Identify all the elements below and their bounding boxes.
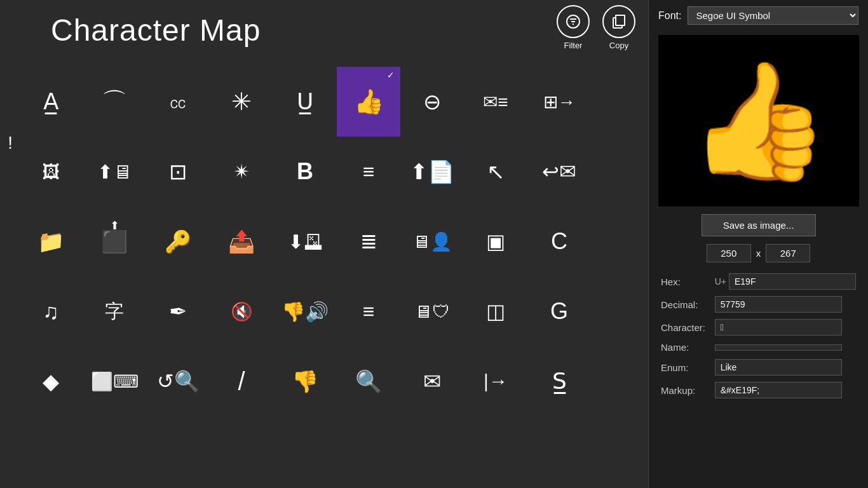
char-cell-10[interactable]: 🖼 bbox=[19, 137, 83, 207]
font-row: Font: Segoe UI Symbol Arial Times New Ro… bbox=[658, 6, 858, 25]
font-select[interactable]: Segoe UI Symbol Arial Times New Roman Wi… bbox=[688, 6, 858, 25]
markup-row: Markup: &#xE19F; bbox=[658, 379, 858, 402]
char-cell-18[interactable]: ↩✉ bbox=[527, 137, 591, 207]
decimal-row: Decimal: 57759 bbox=[658, 293, 858, 316]
char-cell-11[interactable]: ⬆🖥 bbox=[83, 137, 146, 207]
char-cell-12[interactable]: ⊡ bbox=[146, 137, 210, 207]
char-cell-49[interactable] bbox=[591, 346, 654, 416]
char-cell-36[interactable]: 🖥🛡 bbox=[400, 276, 464, 346]
char-cell-41[interactable]: ⬜⌨ bbox=[83, 346, 146, 416]
char-cell-20[interactable]: 📁 bbox=[19, 207, 83, 276]
char-cell-45[interactable]: 🔍 bbox=[337, 346, 400, 416]
char-cell-0[interactable]: A̲ bbox=[19, 67, 83, 137]
char-cell-19[interactable] bbox=[591, 137, 654, 207]
name-label: Name: bbox=[658, 339, 712, 356]
size-separator: x bbox=[756, 248, 761, 259]
char-cell-14[interactable]: B bbox=[273, 137, 337, 207]
char-cell-31[interactable]: 字 bbox=[83, 276, 146, 346]
character-value:  bbox=[715, 319, 842, 336]
char-cell-6[interactable]: ⊖ bbox=[400, 67, 464, 137]
left-edge-cells: ! bbox=[0, 108, 13, 458]
char-cell-4[interactable]: U̲ bbox=[273, 67, 337, 137]
char-cell-13[interactable]: ✴ bbox=[210, 137, 273, 207]
char-cell-23[interactable]: 📤 bbox=[210, 207, 273, 276]
hex-label: Hex: bbox=[658, 270, 712, 293]
char-cell-34[interactable]: 👎🔊 bbox=[273, 276, 337, 346]
name-value bbox=[715, 344, 842, 351]
edge-cell-2 bbox=[0, 178, 13, 248]
char-cell-7[interactable]: ✉≡ bbox=[464, 67, 527, 137]
filter-button[interactable]: Filter bbox=[557, 5, 590, 50]
char-cell-26[interactable]: 🖥👤 bbox=[400, 207, 464, 276]
char-cell-17[interactable]: ↖ bbox=[464, 137, 527, 207]
char-cell-22[interactable]: 🔑 bbox=[146, 207, 210, 276]
char-cell-21[interactable]: ⬛⬆ bbox=[83, 207, 146, 276]
char-cell-47[interactable]: |→ bbox=[464, 346, 527, 416]
filter-label: Filter bbox=[564, 41, 583, 50]
filter-icon bbox=[557, 5, 590, 38]
char-cell-42[interactable]: ↺🔍 bbox=[146, 346, 210, 416]
copy-icon bbox=[602, 5, 635, 38]
char-cell-8[interactable]: ⊞→ bbox=[527, 67, 591, 137]
char-cell-43[interactable]: / bbox=[210, 346, 273, 416]
char-cell-30[interactable]: ♫ bbox=[19, 276, 83, 346]
character-label: Character: bbox=[658, 316, 712, 339]
char-cell-46[interactable]: ✉ bbox=[400, 346, 464, 416]
preview-box: 👍 bbox=[658, 35, 859, 207]
enum-label: Enum: bbox=[658, 356, 712, 379]
edge-cell-3 bbox=[0, 248, 13, 318]
hex-prefix: U+ bbox=[715, 276, 726, 287]
char-grid: A̲ ⌒ ㏄ ✳ U̲ 👍 ⊖ ✉≡ ⊞→ 🖼 ⬆🖥 ⊡ ✴ B ≡ ⬆📄 ↖ … bbox=[13, 67, 648, 416]
svg-rect-5 bbox=[616, 15, 625, 25]
edge-cell-1: ! bbox=[0, 108, 13, 178]
char-cell-25[interactable]: ≣ bbox=[337, 207, 400, 276]
enum-row: Enum: Like bbox=[658, 356, 858, 379]
height-input[interactable] bbox=[766, 244, 810, 262]
char-cell-37[interactable]: ◫ bbox=[464, 276, 527, 346]
char-cell-9[interactable] bbox=[591, 67, 654, 137]
char-cell-2[interactable]: ㏄ bbox=[146, 67, 210, 137]
width-input[interactable] bbox=[707, 244, 751, 262]
size-row: x bbox=[658, 244, 858, 262]
save-image-button[interactable]: Save as image... bbox=[702, 214, 816, 236]
char-cell-3[interactable]: ✳ bbox=[210, 67, 273, 137]
hex-row: Hex: U+ E19F bbox=[658, 270, 858, 293]
info-table: Hex: U+ E19F Decimal: 57759 Character: … bbox=[658, 270, 858, 402]
char-cell-5[interactable]: 👍 bbox=[337, 67, 400, 137]
right-panel: Font: Segoe UI Symbol Arial Times New Ro… bbox=[648, 0, 868, 488]
char-cell-16[interactable]: ⬆📄 bbox=[400, 137, 464, 207]
edge-cell-5 bbox=[0, 388, 13, 458]
char-cell-33[interactable]: 🔇 bbox=[210, 276, 273, 346]
markup-label: Markup: bbox=[658, 379, 712, 402]
toolbar: Filter Copy bbox=[557, 0, 635, 50]
char-cell-15[interactable]: ≡ bbox=[337, 137, 400, 207]
char-cell-1[interactable]: ⌒ bbox=[83, 67, 146, 137]
char-cell-28[interactable]: C bbox=[527, 207, 591, 276]
char-cell-40[interactable]: ◆ bbox=[19, 346, 83, 416]
character-row: Character:  bbox=[658, 316, 858, 339]
markup-value: &#xE19F; bbox=[715, 382, 842, 398]
char-cell-35[interactable]: ≡ bbox=[337, 276, 400, 346]
left-panel: Filter Copy Character Map ! A̲ ⌒ ㏄ ✳ U̲ bbox=[0, 0, 648, 488]
char-cell-44[interactable]: 👎 bbox=[273, 346, 337, 416]
font-label: Font: bbox=[658, 10, 681, 22]
edge-cell-4 bbox=[0, 318, 13, 388]
char-cell-32[interactable]: ✒ bbox=[146, 276, 210, 346]
char-cell-24[interactable]: ⬇🗳 bbox=[273, 207, 337, 276]
decimal-label: Decimal: bbox=[658, 293, 712, 316]
char-cell-29[interactable] bbox=[591, 207, 654, 276]
app-title: Character Map bbox=[0, 0, 648, 60]
enum-value: Like bbox=[715, 359, 842, 376]
copy-label: Copy bbox=[609, 41, 628, 50]
char-cell-27[interactable]: ▣ bbox=[464, 207, 527, 276]
hex-value: E19F bbox=[729, 273, 856, 290]
char-cell-48[interactable]: S̲ bbox=[527, 346, 591, 416]
copy-button[interactable]: Copy bbox=[602, 5, 635, 50]
name-row: Name: bbox=[658, 339, 858, 356]
decimal-value: 57759 bbox=[715, 296, 842, 313]
char-cell-38[interactable]: G bbox=[527, 276, 591, 346]
char-cell-39[interactable] bbox=[591, 276, 654, 346]
preview-character: 👍 bbox=[688, 64, 831, 178]
